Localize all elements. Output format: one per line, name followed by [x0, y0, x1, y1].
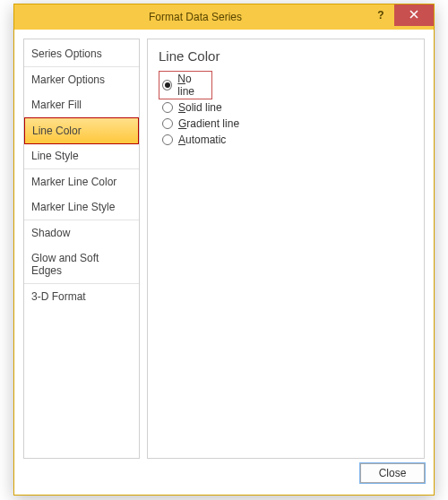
- radio-label: Gradient line: [178, 117, 239, 130]
- sidebar-item-shadow[interactable]: Shadow: [24, 220, 139, 246]
- radio-icon: [162, 80, 172, 91]
- sidebar-item-line-style[interactable]: Line Style: [24, 143, 139, 168]
- sidebar-item-3d-format[interactable]: 3-D Format: [24, 284, 139, 309]
- sidebar-item-marker-line-color[interactable]: Marker Line Color: [24, 169, 139, 194]
- dialog-title: Format Data Series: [23, 11, 367, 23]
- radio-gradient-line[interactable]: Gradient line: [159, 116, 413, 132]
- close-icon: [409, 9, 418, 22]
- window-controls: ?: [367, 4, 434, 30]
- sidebar-item-marker-line-style[interactable]: Marker Line Style: [24, 194, 139, 220]
- category-sidebar: Series Options Marker Options Marker Fil…: [23, 39, 140, 459]
- sidebar-item-line-color[interactable]: Line Color: [24, 117, 139, 144]
- close-button[interactable]: [394, 4, 434, 26]
- sidebar-item-marker-options[interactable]: Marker Options: [24, 67, 139, 92]
- stage: Format Data Series ? Series Options Mark…: [0, 0, 448, 500]
- format-data-series-dialog: Format Data Series ? Series Options Mark…: [13, 4, 435, 496]
- radio-automatic[interactable]: Automatic: [159, 132, 413, 148]
- radio-label: No line: [177, 73, 209, 98]
- radio-label: Solid line: [178, 101, 222, 114]
- radio-label: Automatic: [178, 134, 226, 146]
- options-pane: Line Color No line Solid line Gradient l…: [147, 39, 425, 459]
- sidebar-item-series-options[interactable]: Series Options: [24, 41, 139, 66]
- radio-no-line[interactable]: No line: [159, 71, 212, 99]
- radio-solid-line[interactable]: Solid line: [159, 99, 413, 116]
- close-dialog-button[interactable]: Close: [360, 463, 425, 483]
- sidebar-item-glow-soft-edges[interactable]: Glow and Soft Edges: [24, 246, 139, 283]
- help-button[interactable]: ?: [367, 4, 394, 26]
- radio-icon: [162, 118, 173, 129]
- sidebar-item-marker-fill[interactable]: Marker Fill: [24, 92, 139, 117]
- dialog-body: Series Options Marker Options Marker Fil…: [14, 30, 434, 459]
- radio-icon: [162, 102, 173, 113]
- titlebar[interactable]: Format Data Series ?: [14, 4, 434, 30]
- pane-heading: Line Color: [159, 48, 413, 64]
- dialog-footer: Close: [14, 459, 434, 495]
- radio-icon: [162, 134, 173, 145]
